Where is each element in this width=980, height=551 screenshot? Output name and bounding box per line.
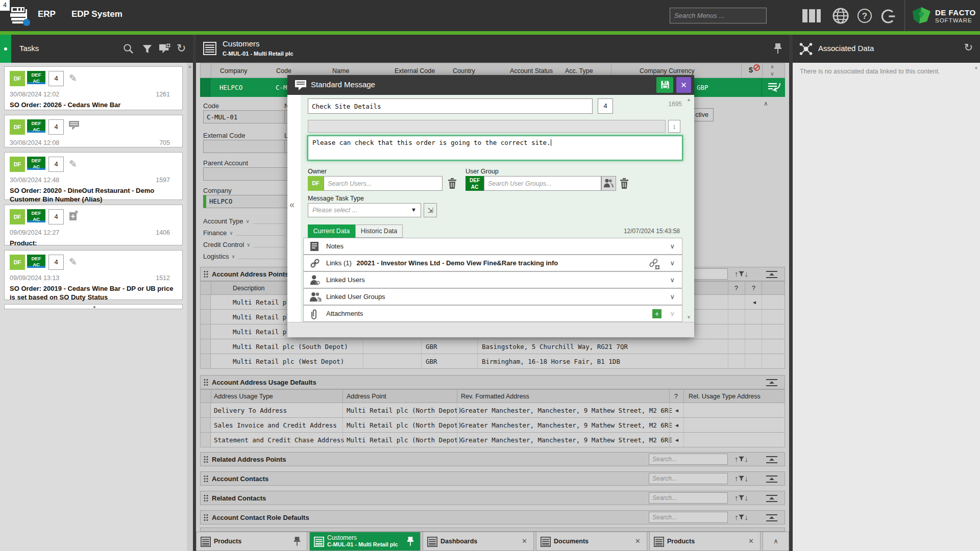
table-settings-icon[interactable] (765, 494, 778, 503)
refresh-icon[interactable]: ↻ (964, 41, 973, 54)
table-settings-icon[interactable] (765, 455, 778, 464)
sort-filter-icon[interactable]: ↑↓ (734, 455, 748, 463)
globe-icon[interactable] (832, 7, 849, 24)
open-record-icon[interactable] (768, 82, 781, 93)
column-header-account-status[interactable]: Account Status (510, 67, 553, 74)
tab-current-data[interactable]: Current Data (308, 224, 355, 238)
task-type-open-list-button[interactable]: ⇲ (424, 203, 437, 217)
column-header-company[interactable]: Company (220, 67, 248, 74)
user-group-picker-button[interactable] (601, 176, 616, 191)
row-handle[interactable] (201, 324, 211, 339)
row-handle[interactable] (201, 339, 211, 354)
row-handle[interactable] (201, 433, 211, 447)
section-search-input[interactable] (649, 473, 728, 484)
pin-icon[interactable] (774, 43, 782, 54)
code-field[interactable] (203, 110, 286, 123)
table-settings-icon[interactable] (765, 513, 778, 522)
sort-filter-icon[interactable]: ↑↓ (734, 513, 748, 521)
usage-default-row[interactable]: Statement and Credit Chase Address Multi… (200, 433, 785, 447)
subject-field[interactable] (308, 98, 593, 114)
filter-icon[interactable] (142, 44, 153, 54)
section-related-contacts[interactable]: Related Contacts ↑↓ (200, 491, 785, 505)
drag-handle-icon[interactable] (204, 456, 208, 463)
tasks-scrollbar[interactable]: ▲ (187, 63, 193, 551)
column-header-company-currency[interactable]: Company Currency (640, 67, 695, 74)
scroll-down-icon[interactable]: ▼ (687, 315, 691, 320)
accordion-linked-users[interactable]: Linked Users ∨ (303, 271, 682, 288)
chevron-down-icon[interactable]: ∨ (670, 259, 675, 267)
drag-handle-icon[interactable] (204, 270, 208, 278)
trash-icon[interactable] (620, 178, 629, 189)
row-handle[interactable] (201, 418, 211, 432)
external-code-field[interactable] (203, 140, 286, 153)
trash-icon[interactable] (448, 178, 457, 189)
chevron-down-icon[interactable]: ∨ (670, 276, 675, 284)
sort-filter-icon[interactable]: ↑↓ (734, 474, 748, 483)
add-link-icon[interactable] (648, 258, 659, 269)
tab-historic-data[interactable]: Historic Data (355, 224, 403, 238)
accordion-attachments[interactable]: Attachments + ∨ (303, 305, 682, 322)
message-text-area[interactable]: Please can check that this order is goin… (308, 136, 682, 160)
task-card[interactable]: DF DEFAC 4 ✎ 30/08/2024 12:02 1261 SO Or… (4, 66, 183, 110)
tab-customers[interactable]: Customers C-MUL-01 - Multi Retail plc (309, 532, 421, 551)
drag-handle-icon[interactable] (204, 379, 208, 386)
tab-dashboards[interactable]: Dashboards ✕ (423, 532, 534, 551)
comment-icon[interactable] (69, 121, 79, 130)
pin-icon[interactable] (293, 536, 301, 546)
task-type-select[interactable]: Please select ... ▼ (308, 203, 421, 217)
column-header-external-code[interactable]: External Code (395, 67, 435, 74)
group-finance[interactable]: Finance∨ (203, 228, 285, 237)
accordion-linked-user-groups[interactable]: Linked User Groups ∨ (303, 288, 682, 305)
collapse-panel-icon[interactable]: « (289, 199, 295, 210)
chevron-down-icon[interactable]: ∨ (670, 310, 675, 317)
tab-products-1[interactable]: Products (196, 532, 307, 551)
tab-products-2[interactable]: Products ✕ (649, 532, 761, 551)
accordion-notes[interactable]: Notes ∨ (303, 238, 682, 255)
logout-icon[interactable] (880, 8, 896, 24)
column-header-q[interactable]: ? (674, 393, 678, 400)
row-handle[interactable] (201, 295, 211, 309)
scroll-up-icon[interactable]: ▲ (687, 97, 691, 102)
drag-handle-icon[interactable] (204, 514, 208, 521)
drag-handle-icon[interactable] (204, 494, 208, 502)
close-icon[interactable]: ✕ (522, 537, 527, 545)
tab-bar-collapse-button[interactable]: ∧ (763, 532, 789, 551)
usage-default-row[interactable]: Delivery To Address Multi Retail plc (No… (200, 403, 785, 418)
layout-columns-icon[interactable] (802, 9, 822, 22)
owner-search-input[interactable] (324, 176, 443, 191)
column-header-formatted-address[interactable]: Rev. Formatted Address (461, 393, 529, 400)
section-account-address-usage-defaults[interactable]: Account Address Usage Defaults (200, 375, 785, 389)
row-handle[interactable] (201, 354, 211, 368)
task-card[interactable]: DF DEFAC 4 09/09/2024 12:27 1406 Product… (4, 205, 183, 245)
column-header-description[interactable]: Description (233, 285, 265, 292)
add-comment-icon[interactable] (159, 43, 171, 55)
section-search-input[interactable] (649, 454, 728, 465)
close-icon[interactable]: ✕ (635, 537, 641, 545)
row-handle[interactable] (201, 310, 211, 324)
table-settings-icon[interactable] (765, 378, 778, 387)
column-header-name[interactable]: Name (332, 67, 349, 74)
chevron-down-icon[interactable]: ∨ (670, 242, 675, 250)
user-group-search-input[interactable] (484, 176, 601, 191)
search-icon[interactable] (122, 43, 134, 55)
add-document-icon[interactable] (69, 211, 78, 221)
column-header-rel-usage[interactable]: Rel. Usage Type Address (689, 393, 761, 400)
column-header-country[interactable]: Country (453, 67, 475, 74)
column-header-code[interactable]: Code (276, 67, 291, 74)
section-account-contact-role-defaults[interactable]: Account Contact Role Defaults ↑↓ (200, 510, 785, 524)
section-related-address-points[interactable]: Related Address Points ↑↓ (200, 452, 785, 466)
table-settings-icon[interactable] (765, 474, 778, 484)
sort-chevrons-icon[interactable]: ∧∨ (766, 63, 778, 78)
column-header-q1[interactable]: ? (734, 285, 738, 292)
dialog-title-bar[interactable]: Standard Message ✕ (287, 75, 694, 95)
usage-defaults-header[interactable]: Address Usage Type Address Point Rev. Fo… (200, 389, 785, 403)
close-button[interactable]: ✕ (676, 77, 691, 93)
erp-app-icon[interactable] (8, 6, 31, 27)
column-header-acc-type[interactable]: Acc. Type (565, 67, 593, 74)
task-card[interactable]: DF DEFAC 4 ✎ 30/08/2024 12:48 1597 SO Or… (4, 152, 183, 200)
pin-icon[interactable] (407, 536, 414, 546)
task-card[interactable]: DF DEFAC 4 30/08/2024 12:08 705 (4, 115, 183, 147)
collapse-grid-chevron[interactable]: ∧ (764, 100, 768, 107)
associated-scrollbar[interactable]: ▲ (974, 65, 978, 70)
group-account-type[interactable]: Account Type∨ (203, 216, 285, 226)
